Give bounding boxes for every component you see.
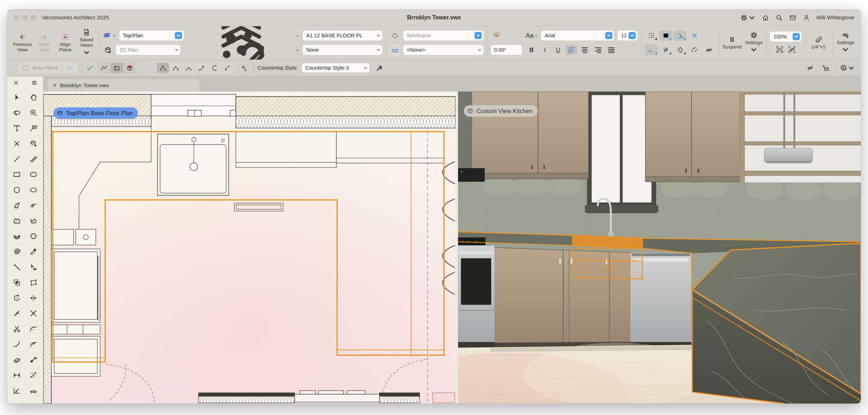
projection-menu[interactable] [102,45,113,55]
underline-button[interactable]: U [552,45,564,55]
data-visualization-glasses-icon[interactable] [389,45,400,55]
rectangle-mode-button[interactable] [111,63,123,73]
render-mode-dropdown[interactable]: Wireframe [403,30,484,41]
tool-magic-wand[interactable] [11,261,23,273]
plan-view-pane[interactable]: Top/Plan Base Floor Plan [43,92,456,404]
font-family-dropdown[interactable]: Arial [541,30,615,41]
view-plane-menu[interactable] [102,32,116,39]
tool-mirror[interactable] [27,292,39,304]
drawing-scale-button[interactable]: 1/4"=1' [809,36,829,50]
working-plane-snap-toggle[interactable] [702,45,715,55]
arc-vertex-button[interactable] [209,63,221,73]
tool-double-line[interactable] [27,153,39,165]
tool-line[interactable] [11,153,23,165]
zoom-window-button[interactable] [31,15,36,20]
tool-connect-combine[interactable] [27,354,39,366]
close-palette-icon[interactable] [13,80,19,86]
countertop-style-dropdown[interactable]: Countertop Style-3 [302,63,370,73]
working-plane-axis-icon[interactable] [491,30,501,41]
next-view-button[interactable]: Next View [35,33,53,53]
snapping-settings-button[interactable]: Settings [745,31,763,55]
font-size-dropdown[interactable]: 12 [617,30,638,41]
intersection-snap-toggle[interactable] [688,30,701,41]
suspend-button[interactable]: Suspend [722,36,741,50]
text-style-menu[interactable]: Aa [526,32,538,39]
tool-arc[interactable] [11,199,23,211]
grid-snap-toggle[interactable] [645,30,658,41]
ghost-solids-button[interactable] [140,63,153,73]
smart-point-snap-toggle[interactable] [645,45,658,55]
tool-arc-dimension[interactable] [27,384,39,397]
plan-viewport-annotation[interactable]: Top/Plan Base Floor Plan [53,107,138,119]
polyline-mode-button[interactable] [98,63,110,73]
view-settings-button[interactable]: Settings [836,31,855,55]
corner-vertex-button[interactable] [157,63,169,73]
close-window-button[interactable] [14,15,19,20]
tool-freehand[interactable] [27,199,39,211]
user-name[interactable]: Will Whiteglove [816,14,854,21]
tool-select-similar[interactable] [27,261,39,273]
fit-to-objects-button[interactable] [788,45,796,54]
tool-angular-dimension[interactable] [11,384,23,397]
workspace-gear-menu[interactable] [740,14,756,22]
align-justify-button[interactable] [605,45,617,55]
saved-views-button[interactable]: Saved Views [78,28,95,57]
tool-rotate[interactable] [11,292,23,304]
tool-polygon[interactable] [11,215,23,227]
smart-edge-snap-toggle[interactable] [659,45,672,55]
tool-chamfer[interactable] [11,338,23,350]
tangent-arc-vertex-button[interactable] [196,63,208,73]
italic-button[interactable]: I [539,45,551,55]
tool-double-polygon[interactable] [11,230,23,242]
tool-eraser[interactable] [11,354,23,366]
document-tab[interactable]: × Brooklyn Tower.vwx [47,79,200,92]
align-center-button[interactable] [579,45,591,55]
user-icon[interactable] [803,14,810,22]
align-right-button[interactable] [592,45,604,55]
confirm-check-icon[interactable] [86,64,94,72]
data-visualization-dropdown[interactable]: <None> [403,45,484,55]
active-layer-dropdown[interactable]: A1.12 BASE FLOOR PL [302,30,383,41]
tool-fillet[interactable] [27,323,39,335]
tool-circle[interactable] [11,184,23,196]
home-icon[interactable] [762,14,769,22]
auto-plane-group[interactable]: Auto-Plane [17,62,78,74]
tool-eyedropper[interactable] [27,246,39,258]
rotation-field[interactable]: 0.00° [491,45,522,55]
tool-scissor[interactable] [11,323,23,335]
tool-rounded-rectangle[interactable] [27,168,39,181]
hide-details-button[interactable] [804,63,816,73]
previous-view-button[interactable]: Previous View [13,33,32,53]
tool-extract[interactable] [27,137,39,150]
view-mode-dropdown[interactable]: Top/Plan [119,30,184,41]
align-left-button[interactable] [565,45,577,55]
tool-simple-delete[interactable] [11,137,23,150]
tool-reshape[interactable] [27,276,39,289]
add-viewport-button[interactable] [820,63,832,73]
bold-button[interactable]: B [526,45,537,55]
search-icon[interactable] [775,14,783,22]
zoom-level-dropdown[interactable]: 100% [770,31,802,42]
tool-regular-polygon[interactable] [27,230,39,242]
bezier-vertex-button[interactable] [170,63,182,73]
tool-selection[interactable] [11,91,23,103]
angle-snap-toggle[interactable] [673,30,687,41]
tool-rectangle[interactable] [11,168,23,181]
mail-icon[interactable] [789,14,797,22]
cubic-vertex-button[interactable] [183,63,195,73]
fit-to-page-button[interactable] [775,45,784,54]
view-3d-pane[interactable]: Custom View Kitchen [458,92,861,404]
render-teapot-icon[interactable] [389,30,400,41]
tool-text[interactable] [11,122,23,134]
extrude-mode-button[interactable] [124,63,136,73]
tool-callout[interactable] [27,122,39,134]
view-3d-annotation[interactable]: Custom View Kitchen [464,105,538,117]
plan-mode-dropdown[interactable]: 2D Plan [116,45,181,55]
tool-trim[interactable] [27,307,39,320]
tool-pan[interactable] [27,91,39,103]
style-tools-button[interactable] [373,63,386,73]
point-on-arc-vertex-button[interactable] [221,63,234,73]
tangent-snap-toggle[interactable] [688,45,701,55]
close-tab-icon[interactable]: × [53,82,56,89]
vectorworks-graphics-menu[interactable] [839,63,856,73]
